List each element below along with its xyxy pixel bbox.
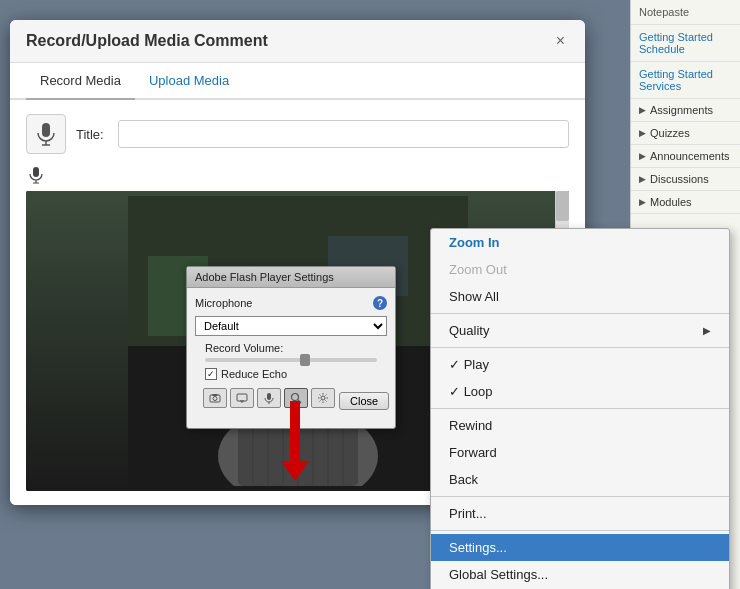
ctx-separator-4 bbox=[431, 496, 729, 497]
sidebar-item-getting-started-services[interactable]: Getting Started Services bbox=[631, 62, 740, 99]
flash-icon-mic[interactable] bbox=[257, 388, 281, 408]
flash-reduce-echo-label: Reduce Echo bbox=[221, 368, 287, 380]
svg-rect-32 bbox=[213, 394, 218, 396]
svg-rect-33 bbox=[237, 394, 247, 401]
flash-icon-row bbox=[199, 388, 339, 408]
microphone-icon-small bbox=[29, 166, 569, 187]
tab-upload-media[interactable]: Upload Media bbox=[135, 63, 243, 100]
modal-title: Record/Upload Media Comment bbox=[26, 32, 268, 50]
ctx-back[interactable]: Back bbox=[431, 466, 729, 493]
ctx-loop[interactable]: ✓ Loop bbox=[431, 378, 729, 405]
ctx-separator-5 bbox=[431, 530, 729, 531]
flash-microphone-label: Microphone bbox=[195, 297, 252, 309]
svg-rect-0 bbox=[42, 123, 50, 137]
ctx-zoom-out: Zoom Out bbox=[431, 256, 729, 283]
modal-close-button[interactable]: × bbox=[552, 32, 569, 50]
title-input[interactable] bbox=[118, 120, 569, 148]
sidebar-section-discussions[interactable]: ▶ Discussions bbox=[631, 168, 740, 191]
flash-icon-camera[interactable] bbox=[203, 388, 227, 408]
sidebar-section-announcements[interactable]: ▶ Announcements bbox=[631, 145, 740, 168]
sidebar-section-modules[interactable]: ▶ Modules bbox=[631, 191, 740, 214]
svg-point-38 bbox=[292, 394, 299, 401]
sidebar-section-assignments[interactable]: ▶ Assignments bbox=[631, 99, 740, 122]
sidebar-item-getting-started-schedule[interactable]: Getting Started Schedule bbox=[631, 25, 740, 62]
sidebar-item-notepaste[interactable]: Notepaste bbox=[631, 0, 740, 25]
flash-icon-display[interactable] bbox=[230, 388, 254, 408]
flash-title-bar: Adobe Flash Player Settings bbox=[187, 267, 395, 288]
chevron-right-icon: ▶ bbox=[639, 197, 646, 207]
red-arrow bbox=[281, 401, 309, 481]
flash-help-button[interactable]: ? bbox=[373, 296, 387, 310]
submenu-arrow-icon: ▶ bbox=[703, 325, 711, 336]
microphone-icon-top bbox=[26, 114, 66, 154]
video-scrollbar-thumb[interactable] bbox=[556, 191, 569, 221]
flash-slider-thumb bbox=[300, 354, 310, 366]
checkbox-check-icon: ✓ bbox=[207, 369, 215, 379]
ctx-settings[interactable]: Settings... bbox=[431, 534, 729, 561]
ctx-play[interactable]: ✓ Play bbox=[431, 351, 729, 378]
flash-microphone-row: Microphone ? bbox=[195, 296, 387, 310]
svg-point-40 bbox=[321, 396, 325, 400]
context-menu: Zoom In Zoom Out Show All Quality ▶ ✓ Pl… bbox=[430, 228, 730, 589]
sidebar-section-quizzes[interactable]: ▶ Quizzes bbox=[631, 122, 740, 145]
ctx-separator-2 bbox=[431, 347, 729, 348]
ctx-separator-3 bbox=[431, 408, 729, 409]
flash-volume-slider-row bbox=[195, 358, 387, 362]
ctx-show-all[interactable]: Show All bbox=[431, 283, 729, 310]
svg-rect-36 bbox=[267, 393, 271, 400]
flash-icon-settings[interactable] bbox=[311, 388, 335, 408]
chevron-right-icon: ▶ bbox=[639, 128, 646, 138]
title-row: Title: bbox=[26, 114, 569, 154]
flash-volume-label: Record Volume: bbox=[195, 342, 387, 354]
flash-reduce-echo-checkbox[interactable]: ✓ bbox=[205, 368, 217, 380]
ctx-global-settings[interactable]: Global Settings... bbox=[431, 561, 729, 588]
flash-dialog-title: Adobe Flash Player Settings bbox=[195, 271, 334, 283]
flash-close-button[interactable]: Close bbox=[339, 392, 389, 410]
svg-rect-3 bbox=[33, 167, 39, 177]
ctx-zoom-in[interactable]: Zoom In bbox=[431, 229, 729, 256]
ctx-quality[interactable]: Quality ▶ bbox=[431, 317, 729, 344]
ctx-separator-1 bbox=[431, 313, 729, 314]
arrow-head bbox=[281, 461, 309, 481]
ctx-print[interactable]: Print... bbox=[431, 500, 729, 527]
chevron-right-icon: ▶ bbox=[639, 151, 646, 161]
arrow-shaft bbox=[290, 401, 300, 461]
chevron-right-icon: ▶ bbox=[639, 105, 646, 115]
svg-point-31 bbox=[213, 397, 217, 401]
flash-microphone-select[interactable]: Default bbox=[195, 316, 387, 336]
ctx-forward[interactable]: Forward bbox=[431, 439, 729, 466]
flash-volume-slider[interactable] bbox=[205, 358, 377, 362]
modal-tabs: Record Media Upload Media bbox=[10, 63, 585, 100]
tab-record-media[interactable]: Record Media bbox=[26, 63, 135, 100]
modal-header: Record/Upload Media Comment × bbox=[10, 20, 585, 63]
title-label: Title: bbox=[76, 127, 104, 142]
flash-checkbox-row: ✓ Reduce Echo bbox=[195, 368, 387, 380]
ctx-rewind[interactable]: Rewind bbox=[431, 412, 729, 439]
chevron-right-icon: ▶ bbox=[639, 174, 646, 184]
